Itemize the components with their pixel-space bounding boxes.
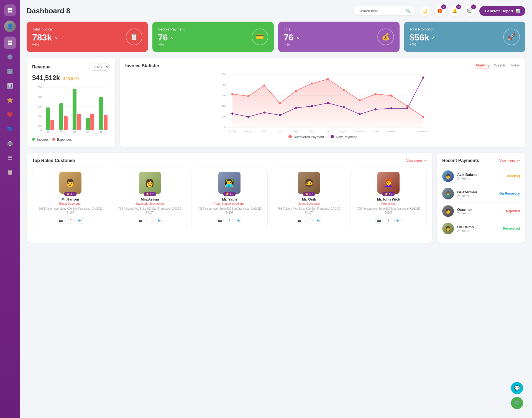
instagram-icon-1[interactable]: 📷 bbox=[137, 217, 144, 224]
facebook-icon-4[interactable]: f bbox=[385, 217, 392, 224]
gift-icon: 🎁 bbox=[437, 8, 443, 14]
svg-text:May: May bbox=[294, 130, 298, 133]
payments-view-more[interactable]: View more >> bbox=[499, 159, 520, 163]
svg-point-71 bbox=[406, 107, 408, 109]
cart-fab-button[interactable]: 🛒 bbox=[511, 397, 523, 409]
stat-card-payment-icon: 💳 bbox=[252, 29, 268, 45]
sidebar-item-favorites[interactable]: ❤️ bbox=[4, 109, 16, 121]
main-content: Dashboard 8 🔍 🌙 🎁 2 🔔 12 💬 5 Gen bbox=[20, 0, 532, 418]
svg-text:400: 400 bbox=[38, 115, 42, 118]
instagram-icon-4[interactable]: 📷 bbox=[375, 217, 383, 224]
sidebar-item-menu[interactable]: ☰ bbox=[4, 152, 16, 164]
svg-point-61 bbox=[247, 116, 249, 118]
messages-button[interactable]: 💬 5 bbox=[464, 6, 475, 16]
invoice-title: Invoice Statistic bbox=[125, 63, 159, 68]
facebook-icon-2[interactable]: f bbox=[226, 217, 233, 224]
sidebar-item-settings[interactable]: ⚙️ bbox=[4, 51, 16, 63]
theme-toggle-button[interactable]: 🌙 bbox=[420, 6, 430, 16]
svg-rect-2 bbox=[8, 11, 10, 12]
svg-text:06: 06 bbox=[47, 131, 49, 134]
svg-point-52 bbox=[311, 82, 313, 84]
svg-text:February: February bbox=[244, 130, 253, 133]
stat-card-invoice-change: +4% bbox=[32, 43, 126, 47]
payment-info-0: Aziz Bakree 24 Years bbox=[457, 173, 503, 180]
svg-text:1000: 1000 bbox=[221, 73, 226, 76]
stat-card-invoice-left: Total invoice 783k ↘ +4% bbox=[32, 27, 126, 47]
svg-text:0: 0 bbox=[224, 126, 226, 129]
invoice-trend-icon: ↘ bbox=[54, 35, 57, 40]
gifts-button[interactable]: 🎁 2 bbox=[434, 6, 445, 16]
svg-point-48 bbox=[247, 95, 249, 97]
stat-cards-row: Total invoice 783k ↘ +4% 📋 Secure Paymen… bbox=[27, 22, 525, 52]
tab-monthly[interactable]: Monthly bbox=[476, 63, 490, 68]
stat-card-promotion-change: +4% bbox=[410, 43, 503, 47]
svg-text:April: April bbox=[278, 130, 282, 133]
stat-card-total: Total 76 ↘ -4% 💰 bbox=[278, 22, 400, 52]
payment-age-2: 24 Years bbox=[457, 212, 503, 215]
customer-role-0: React Developer bbox=[35, 202, 105, 205]
customer-role-4: Freelancer bbox=[354, 202, 424, 205]
twitter-icon-2[interactable]: 🐦 bbox=[235, 217, 242, 224]
payment-info-1: Griezerman 24 Years bbox=[457, 190, 496, 198]
sidebar-item-starred[interactable]: ⭐ bbox=[4, 94, 16, 106]
tab-today[interactable]: Today bbox=[510, 63, 520, 68]
support-fab-button[interactable]: 💬 bbox=[511, 382, 523, 394]
instagram-icon-3[interactable]: 📷 bbox=[296, 217, 303, 224]
revenue-secondary-value: $25,612k bbox=[63, 76, 80, 81]
search-input[interactable] bbox=[359, 9, 404, 13]
customer-card-3: 🧔 ⭐ 4.2 Mr. Osib React Developer 795 Fol… bbox=[271, 168, 347, 228]
svg-text:1000: 1000 bbox=[36, 86, 42, 89]
svg-point-54 bbox=[343, 89, 345, 91]
svg-rect-6 bbox=[8, 43, 10, 45]
generate-report-button[interactable]: Generate Report 📊 bbox=[479, 6, 525, 16]
instagram-icon-0[interactable]: 📷 bbox=[57, 217, 65, 224]
sidebar-item-print[interactable]: 🖨️ bbox=[4, 137, 16, 150]
stat-card-promotion-value: $56k ↗ bbox=[410, 32, 503, 43]
twitter-icon-3[interactable]: 🐦 bbox=[315, 217, 322, 224]
customer-rating-4: ⭐ 4.2 bbox=[382, 192, 395, 196]
svg-rect-4 bbox=[8, 41, 10, 43]
sidebar-item-info[interactable]: ℹ️ bbox=[4, 65, 16, 78]
twitter-icon-0[interactable]: 🐦 bbox=[76, 217, 83, 224]
twitter-icon-1[interactable]: 🐦 bbox=[156, 217, 163, 224]
customer-socials-4: 📷 f 🐦 bbox=[354, 217, 424, 224]
sidebar-logo[interactable] bbox=[4, 4, 16, 16]
customers-view-more[interactable]: View more >> bbox=[406, 159, 427, 163]
sidebar-item-analytics[interactable]: 📊 bbox=[4, 80, 16, 92]
sidebar-item-reports[interactable]: 📋 bbox=[4, 166, 16, 178]
sidebar-item-liked[interactable]: 💙 bbox=[4, 123, 16, 135]
facebook-icon-1[interactable]: f bbox=[146, 217, 154, 224]
revenue-legend: Income Expenses bbox=[32, 138, 110, 142]
payment-avatar-3: 👩 bbox=[442, 223, 454, 234]
payment-info-2: Oconner 24 Years bbox=[457, 207, 503, 215]
svg-text:200: 200 bbox=[222, 115, 226, 118]
svg-text:400: 400 bbox=[222, 105, 226, 107]
user-avatar[interactable]: 👤 bbox=[4, 20, 16, 32]
payment-avatar-0: 👨 bbox=[442, 170, 454, 182]
facebook-icon-0[interactable]: f bbox=[67, 217, 74, 224]
tab-weekly[interactable]: Weekly bbox=[494, 63, 506, 68]
revenue-chart-svg: 1000 800 600 400 200 0 bbox=[32, 84, 110, 134]
customer-socials-0: 📷 f 🐦 bbox=[35, 217, 105, 224]
customer-avatar-wrap-1: 👩 ⭐ 4.2 bbox=[139, 172, 161, 194]
svg-text:600: 600 bbox=[222, 94, 226, 97]
svg-point-72 bbox=[422, 76, 424, 79]
svg-text:December: December bbox=[418, 130, 428, 133]
customer-avatar-2: 👨‍💻 bbox=[218, 172, 241, 194]
twitter-icon-4[interactable]: 🐦 bbox=[394, 217, 401, 224]
stat-card-invoice-icon: 📋 bbox=[126, 29, 142, 45]
search-bar[interactable]: 🔍 bbox=[354, 6, 415, 15]
facebook-icon-3[interactable]: f bbox=[305, 217, 313, 224]
stat-card-total-change: -4% bbox=[284, 43, 377, 47]
instagram-icon-2[interactable]: 📷 bbox=[216, 217, 224, 224]
notifications-button[interactable]: 🔔 12 bbox=[449, 6, 460, 16]
year-select[interactable]: 202320222021 bbox=[89, 63, 110, 71]
svg-point-63 bbox=[279, 114, 281, 116]
recent-payments-card: Recent Payments View more >> 👨 Aziz Bakr… bbox=[437, 153, 525, 243]
customer-address-3: 795 Folsom Ave, Suite 600 San Francisco,… bbox=[274, 207, 344, 215]
payment-avatar-1: 👨‍🦱 bbox=[442, 188, 454, 199]
bell-icon: 🔔 bbox=[452, 8, 457, 14]
sidebar-item-dashboard[interactable] bbox=[4, 37, 16, 49]
svg-point-50 bbox=[279, 102, 281, 104]
svg-rect-24 bbox=[77, 114, 81, 130]
